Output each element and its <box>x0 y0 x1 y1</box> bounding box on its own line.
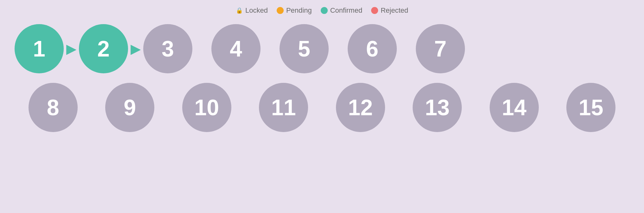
steps-row-1: 1▶2▶34567 <box>11 24 633 73</box>
step-circle-8[interactable]: 8 <box>29 83 78 132</box>
rejected-dot <box>371 7 378 14</box>
step-wrapper-4: 4 <box>211 24 261 73</box>
confirmed-label: Confirmed <box>330 6 362 15</box>
step-wrapper-9: 9 <box>92 83 169 132</box>
steps-container: 1▶2▶34567 89101112131415 <box>11 24 633 132</box>
legend-item-pending: Pending <box>277 6 312 15</box>
step-circle-4[interactable]: 4 <box>211 24 261 73</box>
arrow-2: ▶ <box>131 42 141 56</box>
step-circle-14[interactable]: 14 <box>490 83 539 132</box>
step-circle-3[interactable]: 3 <box>143 24 192 73</box>
step-circle-1[interactable]: 1 <box>15 24 64 73</box>
step-circle-9[interactable]: 9 <box>105 83 154 132</box>
locked-icon: 🔒 <box>236 7 243 14</box>
step-circle-13[interactable]: 13 <box>413 83 462 132</box>
step-wrapper-3: 3 <box>143 24 192 73</box>
legend: 🔒LockedPendingConfirmedRejected <box>236 6 408 15</box>
step-wrapper-7: 7 <box>416 24 465 73</box>
locked-label: Locked <box>245 6 268 15</box>
pending-dot <box>277 7 284 14</box>
step-wrapper-15: 15 <box>553 83 630 132</box>
steps-row-2: 89101112131415 <box>11 83 633 132</box>
step-wrapper-5: 5 <box>280 24 329 73</box>
rejected-label: Rejected <box>381 6 408 15</box>
step-circle-5[interactable]: 5 <box>280 24 329 73</box>
step-circle-11[interactable]: 11 <box>259 83 308 132</box>
pending-label: Pending <box>286 6 312 15</box>
step-wrapper-2: 2 <box>79 24 128 73</box>
step-wrapper-6: 6 <box>348 24 397 73</box>
step-circle-12[interactable]: 12 <box>336 83 385 132</box>
step-wrapper-11: 11 <box>245 83 322 132</box>
step-wrapper-10: 10 <box>168 83 245 132</box>
legend-item-rejected: Rejected <box>371 6 408 15</box>
step-circle-10[interactable]: 10 <box>182 83 231 132</box>
legend-item-confirmed: Confirmed <box>321 6 362 15</box>
step-circle-6[interactable]: 6 <box>348 24 397 73</box>
step-circle-15[interactable]: 15 <box>566 83 615 132</box>
step-wrapper-1: 1 <box>15 24 64 73</box>
step-wrapper-14: 14 <box>476 83 553 132</box>
arrow-1: ▶ <box>66 42 76 56</box>
legend-item-locked: 🔒Locked <box>236 6 268 15</box>
confirmed-dot <box>321 7 328 14</box>
step-circle-7[interactable]: 7 <box>416 24 465 73</box>
step-wrapper-8: 8 <box>15 83 92 132</box>
step-wrapper-13: 13 <box>399 83 476 132</box>
step-circle-2[interactable]: 2 <box>79 24 128 73</box>
step-wrapper-12: 12 <box>322 83 399 132</box>
